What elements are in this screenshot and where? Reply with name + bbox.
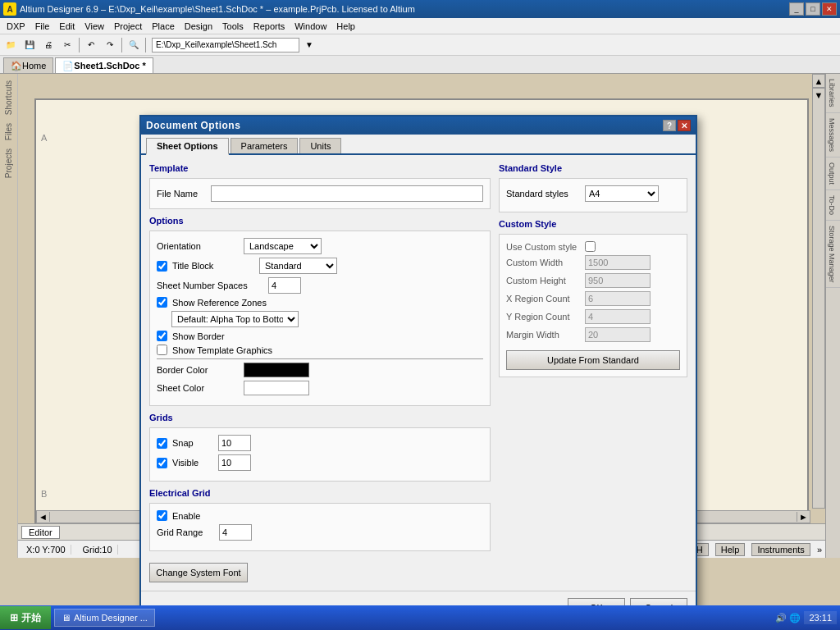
windows-logo: ⊞ [10,612,18,623]
enable-checkbox[interactable] [157,510,167,521]
grid-range-label: Grid Range [157,527,214,537]
options-section: Orientation Landscape Title Block Standa… [149,231,491,406]
taskbar-altium[interactable]: 🖥 Altium Designer ... [54,609,155,627]
border-color-label: Border Color [157,365,239,375]
reference-zones-dropdown-row: Default: Alpha Top to Bottom, [157,311,483,327]
enable-row: Enable [157,510,483,521]
custom-width-row: Custom Width [506,255,680,270]
document-options-dialog: Document Options ? ✕ Sheet Options Param… [139,115,697,626]
sheet-color-label: Sheet Color [157,383,239,393]
sheet-color-picker[interactable] [244,381,309,395]
standard-style-label: Standard Style [499,163,687,173]
dialog-right-panel: Standard Style Standard styles A4 A3 A2 … [499,163,687,582]
dialog-help-button[interactable]: ? [663,120,676,131]
sheet-number-spaces-input[interactable] [268,277,301,294]
y-region-count-row: Y Region Count [506,309,680,324]
show-border-checkbox[interactable] [157,331,167,341]
dialog-title: Document Options [146,120,663,131]
dialog-overlay: Document Options ? ✕ Sheet Options Param… [0,0,840,630]
electrical-grid-section: Enable Grid Range [149,503,491,551]
margin-width-label: Margin Width [506,330,580,340]
snap-label: Snap [172,438,213,448]
reference-zones-select[interactable]: Default: Alpha Top to Bottom, [171,311,299,327]
grid-range-input[interactable] [219,524,252,541]
taskbar-icons: 🔊 🌐 [775,613,801,623]
title-block-checkbox[interactable] [157,261,167,272]
dialog-close-button[interactable]: ✕ [678,120,691,131]
x-region-count-row: X Region Count [506,291,680,306]
template-section-label: Template [149,163,491,173]
orientation-row: Orientation Landscape [157,238,483,254]
standard-style-section: Standard styles A4 A3 A2 A1 A0 A B C D E [499,178,687,212]
dialog-tab-bar: Sheet Options Parameters Units [141,135,696,155]
taskbar-right: 🔊 🌐 23:11 [775,611,840,624]
taskbar-items: 🖥 Altium Designer ... [54,609,155,627]
show-border-label: Show Border [172,331,225,341]
snap-checkbox[interactable] [157,438,167,449]
taskbar-altium-icon: 🖥 [62,613,71,623]
show-template-graphics-row: Show Template Graphics [157,345,483,355]
sheet-color-row: Sheet Color [157,381,483,395]
standard-styles-row: Standard styles A4 A3 A2 A1 A0 A B C D E [506,185,680,202]
custom-height-input[interactable] [585,273,651,288]
orientation-select[interactable]: Landscape [244,238,322,254]
border-color-picker[interactable] [244,363,309,377]
use-custom-style-checkbox[interactable] [585,241,596,252]
tab-parameters[interactable]: Parameters [231,138,299,153]
sheet-number-spaces-label: Sheet Number Spaces [157,281,263,290]
margin-width-row: Margin Width [506,327,680,342]
use-custom-style-label: Use Custom style [506,242,580,252]
custom-width-input[interactable] [585,255,651,270]
clock-display: 23:11 [804,611,837,624]
options-section-label: Options [149,216,491,226]
custom-height-label: Custom Height [506,276,580,285]
standard-styles-label: Standard styles [506,189,580,199]
options-divider [157,358,483,359]
title-block-row: Title Block Standard [157,258,483,274]
margin-width-input[interactable] [585,327,651,342]
file-name-input[interactable] [211,185,483,202]
visible-row: Visible [157,454,483,471]
tab-units[interactable]: Units [299,138,341,153]
visible-label: Visible [172,458,213,468]
title-block-select[interactable]: Standard [259,258,337,274]
custom-style-label: Custom Style [499,219,687,229]
standard-styles-select[interactable]: A4 A3 A2 A1 A0 A B C D E [585,185,659,202]
grids-section-label: Grids [149,413,491,422]
title-block-label: Title Block [172,261,254,271]
taskbar: ⊞ 开始 🖥 Altium Designer ... 🔊 🌐 23:11 [0,605,840,630]
visible-input[interactable] [218,454,251,471]
x-region-count-label: X Region Count [506,294,580,304]
enable-label: Enable [172,511,200,521]
snap-input[interactable] [218,435,251,451]
grids-section: Snap Visible [149,427,491,482]
show-template-graphics-checkbox[interactable] [157,345,167,355]
tab-sheet-options[interactable]: Sheet Options [146,138,229,155]
electrical-grid-label: Electrical Grid [149,488,491,498]
template-section: File Name [149,178,491,209]
custom-height-row: Custom Height [506,273,680,288]
show-border-row: Show Border [157,331,483,341]
show-template-graphics-label: Show Template Graphics [172,345,272,355]
show-reference-zones-label: Show Reference Zones [172,298,267,308]
update-from-standard-button[interactable]: Update From Standard [506,350,680,370]
template-file-row: File Name [157,185,483,202]
dialog-left-panel: Template File Name Options Orientation L… [149,163,491,582]
visible-checkbox[interactable] [157,458,167,468]
change-system-font-button[interactable]: Change System Font [149,563,248,582]
custom-style-section: Use Custom style Custom Width Custom Hei… [499,234,687,377]
x-region-count-input[interactable] [585,291,651,306]
dialog-body: Template File Name Options Orientation L… [141,155,696,591]
y-region-count-label: Y Region Count [506,312,580,322]
show-reference-zones-checkbox[interactable] [157,297,167,308]
custom-width-label: Custom Width [506,258,580,267]
grid-range-row: Grid Range [157,524,483,541]
border-color-row: Border Color [157,363,483,377]
y-region-count-input[interactable] [585,309,651,324]
file-name-label: File Name [157,189,206,199]
use-custom-style-row: Use Custom style [506,241,680,252]
start-button[interactable]: ⊞ 开始 [0,606,51,629]
orientation-label: Orientation [157,241,239,251]
dialog-title-bar: Document Options ? ✕ [141,116,696,135]
snap-row: Snap [157,435,483,451]
